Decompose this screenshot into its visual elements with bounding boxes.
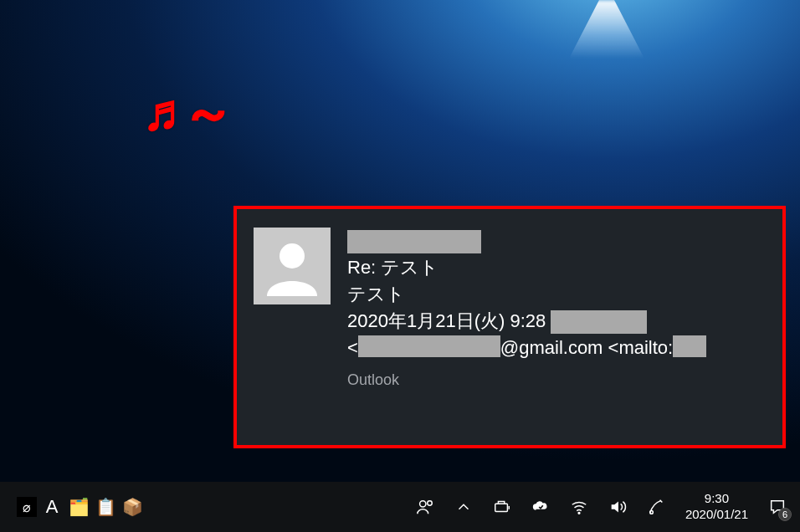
- tray-chevron-icon[interactable]: [454, 498, 473, 516]
- onedrive-icon[interactable]: [531, 498, 550, 516]
- tray-app-icon-2[interactable]: 📋: [94, 495, 117, 519]
- music-note-annotation: ♬～: [142, 79, 237, 147]
- people-icon[interactable]: [416, 498, 434, 516]
- notification-preview: テスト: [347, 281, 766, 308]
- taskbar-clock[interactable]: 9:30 2020/01/21: [685, 491, 748, 523]
- ink-workspace-icon[interactable]: [647, 498, 665, 516]
- ime-dictionary-icon[interactable]: ⌀: [17, 497, 37, 517]
- sender-name-redacted: [347, 230, 481, 253]
- redacted-mailto: [673, 335, 706, 357]
- notification-subject: Re: テスト: [347, 254, 766, 281]
- sender-name-line: [347, 228, 766, 254]
- svg-point-1: [420, 501, 426, 507]
- notification-email-line: <@gmail.com <mailto:: [347, 335, 766, 361]
- svg-point-2: [428, 501, 433, 506]
- outlook-toast-notification[interactable]: Re: テスト テスト 2020年1月21日(火) 9:28 <@gmail.c…: [233, 206, 786, 448]
- notification-app-name: Outlook: [347, 369, 766, 391]
- svg-point-5: [650, 511, 654, 514]
- tray-app-icon-3[interactable]: 📦: [121, 495, 144, 519]
- power-icon[interactable]: [493, 498, 511, 516]
- action-center-icon[interactable]: 6: [768, 498, 787, 516]
- light-beam-decoration: [569, 0, 644, 59]
- clock-date: 2020/01/21: [685, 507, 748, 523]
- notification-timestamp-line: 2020年1月21日(火) 9:28: [347, 308, 766, 335]
- svg-rect-3: [495, 504, 508, 511]
- tray-app-icon-1[interactable]: 🗂️: [67, 495, 90, 519]
- svg-point-4: [578, 512, 580, 514]
- notification-body: Re: テスト テスト 2020年1月21日(火) 9:28 <@gmail.c…: [347, 228, 766, 391]
- windows-taskbar: ⌀ A 🗂️ 📋 📦 9:30 2020/01/21: [0, 482, 800, 532]
- sender-avatar: [254, 228, 331, 304]
- redacted-email: [358, 335, 500, 357]
- redacted-name: [551, 310, 647, 334]
- wifi-icon[interactable]: [570, 498, 588, 516]
- ime-mode-indicator[interactable]: A: [40, 495, 64, 519]
- clock-time: 9:30: [685, 491, 748, 507]
- volume-icon[interactable]: [608, 498, 627, 516]
- notification-badge: 6: [778, 508, 792, 521]
- svg-point-0: [279, 243, 305, 269]
